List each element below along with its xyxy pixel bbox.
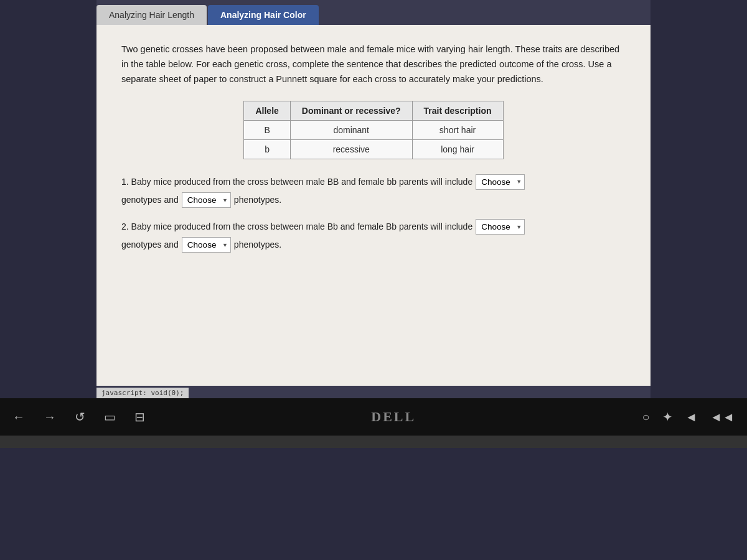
forward-icon[interactable]: →	[44, 410, 56, 424]
q1-middle: genotypes and	[121, 192, 179, 208]
tabs-bar: Analyzing Hair Length Analyzing Hair Col…	[96, 0, 651, 25]
question-2: 2. Baby mice produced from the cross bet…	[121, 219, 626, 253]
q1-choose1-wrapper: Choose 1 2 3 4	[476, 174, 525, 190]
q2-prefix: 2. Baby mice produced from the cross bet…	[121, 219, 472, 235]
q1-prefix: 1. Baby mice produced from the cross bet…	[121, 174, 472, 190]
cell-dominant-b: recessive	[290, 139, 412, 159]
brand-label: DELL	[371, 409, 416, 425]
q1-choose2-wrapper: Choose 1 2 3 4	[182, 192, 231, 208]
q2-choose1-wrapper: Choose 1 2 3 4	[476, 219, 525, 235]
cell-dominant-B: dominant	[290, 120, 412, 139]
taskbar: ← → ↺ ▭ ⊟ DELL ○ ✦ ◄ ◄◄	[0, 398, 747, 436]
tab-hair-color[interactable]: Analyzing Hair Color	[208, 5, 319, 25]
q2-choose1-select[interactable]: Choose 1 2 3 4	[476, 219, 525, 235]
allele-table: Allele Dominant or recessive? Trait desc…	[243, 101, 503, 159]
q2-suffix: phenotypes.	[234, 237, 281, 253]
cell-allele-B: B	[244, 120, 290, 139]
q2-choose2-select[interactable]: Choose 1 2 3 4	[182, 237, 231, 253]
q1-choose1-select[interactable]: Choose 1 2 3 4	[476, 174, 525, 190]
col-header-trait: Trait description	[412, 101, 503, 120]
search-icon[interactable]: ○	[642, 410, 650, 424]
q2-middle: genotypes and	[121, 237, 179, 253]
table-row: B dominant short hair	[244, 120, 503, 139]
q1-suffix: phenotypes.	[234, 192, 281, 208]
refresh-icon[interactable]: ↺	[75, 409, 85, 424]
taskbar-left: ← → ↺ ▭ ⊟	[12, 409, 145, 424]
brightness-icon[interactable]: ◄◄	[710, 410, 735, 424]
question-1: 1. Baby mice produced from the cross bet…	[121, 174, 626, 208]
intro-paragraph: Two genetic crosses have been proposed b…	[121, 42, 626, 87]
laptop-bottom	[0, 436, 747, 448]
q1-choose2-select[interactable]: Choose 1 2 3 4	[182, 192, 231, 208]
volume-icon[interactable]: ◄	[685, 410, 698, 424]
split-icon[interactable]: ⊟	[134, 409, 145, 424]
allele-table-wrapper: Allele Dominant or recessive? Trait desc…	[121, 101, 626, 159]
cell-trait-B: short hair	[412, 120, 503, 139]
q2-choose2-wrapper: Choose 1 2 3 4	[182, 237, 231, 253]
window-icon[interactable]: ▭	[104, 409, 116, 424]
col-header-allele: Allele	[244, 101, 290, 120]
taskbar-right: ○ ✦ ◄ ◄◄	[642, 409, 735, 424]
cell-trait-b: long hair	[412, 139, 503, 159]
col-header-dominant: Dominant or recessive?	[290, 101, 412, 120]
table-row: b recessive long hair	[244, 139, 503, 159]
settings-icon[interactable]: ✦	[662, 409, 673, 424]
status-bar: javascript: void(0);	[96, 388, 189, 398]
cell-allele-b: b	[244, 139, 290, 159]
tab-hair-length[interactable]: Analyzing Hair Length	[96, 5, 207, 25]
back-icon[interactable]: ←	[12, 410, 25, 424]
main-panel: Two genetic crosses have been proposed b…	[96, 25, 651, 386]
